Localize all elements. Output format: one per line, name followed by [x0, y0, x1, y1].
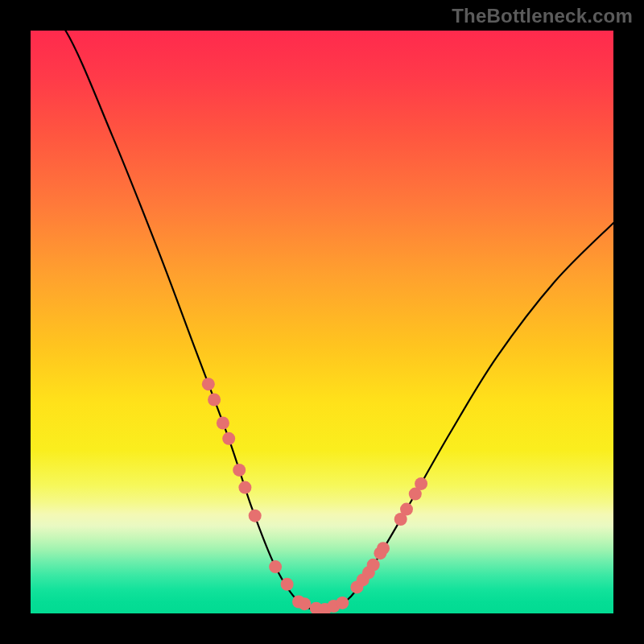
- data-marker: [222, 432, 235, 445]
- data-marker: [400, 503, 413, 516]
- data-marker: [367, 559, 380, 572]
- data-marker: [269, 560, 282, 573]
- data-marker: [238, 481, 251, 494]
- marker-layer: [202, 378, 427, 613]
- data-marker: [377, 542, 390, 555]
- data-marker: [233, 464, 246, 477]
- data-marker: [281, 578, 294, 591]
- bottleneck-chart: [31, 31, 613, 613]
- data-marker: [298, 597, 311, 610]
- data-marker: [208, 394, 221, 407]
- bottleneck-curve: [31, 31, 613, 610]
- watermark-text: TheBottleneck.com: [452, 5, 633, 27]
- data-marker: [415, 477, 427, 490]
- plot-area: [31, 31, 613, 613]
- data-marker: [217, 417, 229, 430]
- data-marker: [202, 378, 215, 390]
- data-marker: [336, 597, 349, 609]
- data-marker: [249, 510, 262, 522]
- outer-frame: TheBottleneck.com: [0, 0, 644, 644]
